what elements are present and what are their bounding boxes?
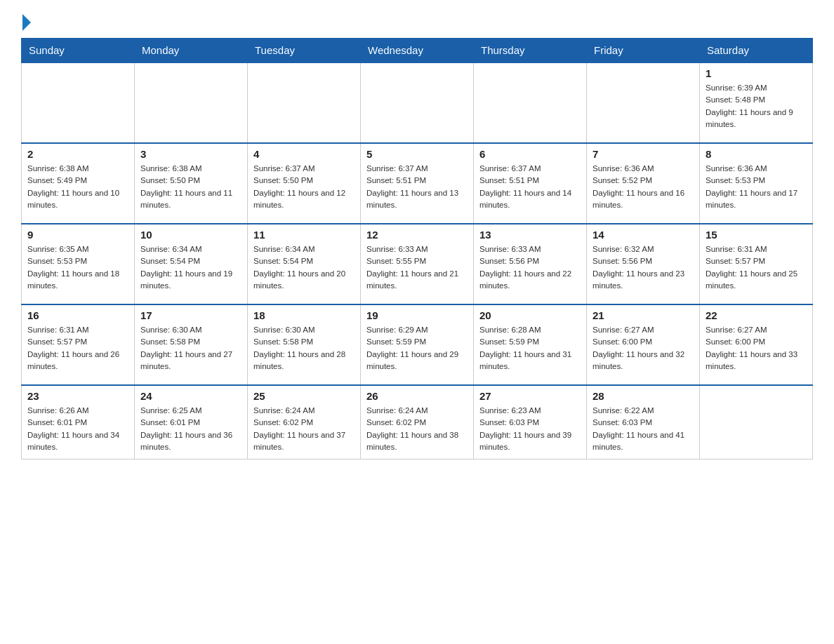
day-number: 18 [253,309,355,321]
day-number: 6 [479,148,581,160]
calendar-cell: 10Sunrise: 6:34 AMSunset: 5:54 PMDayligh… [135,224,248,304]
day-number: 12 [366,229,468,241]
day-number: 4 [253,148,355,160]
day-number: 20 [479,309,581,321]
weekday-header-monday: Monday [135,39,248,63]
calendar-cell: 23Sunrise: 6:26 AMSunset: 6:01 PMDayligh… [22,385,135,459]
day-info: Sunrise: 6:24 AMSunset: 6:02 PMDaylight:… [253,405,355,453]
calendar-cell: 24Sunrise: 6:25 AMSunset: 6:01 PMDayligh… [135,385,248,459]
weekday-header-saturday: Saturday [700,39,813,63]
day-number: 1 [706,67,807,79]
calendar-cell: 21Sunrise: 6:27 AMSunset: 6:00 PMDayligh… [587,304,700,385]
calendar-cell: 13Sunrise: 6:33 AMSunset: 5:56 PMDayligh… [474,224,587,304]
day-number: 8 [706,148,807,160]
calendar-cell: 9Sunrise: 6:35 AMSunset: 5:53 PMDaylight… [22,224,135,304]
calendar-cell [700,385,813,459]
day-number: 11 [253,229,355,241]
day-number: 17 [140,309,241,321]
day-info: Sunrise: 6:34 AMSunset: 5:54 PMDaylight:… [253,243,355,292]
day-number: 19 [366,309,468,321]
calendar-cell [587,62,700,143]
day-info: Sunrise: 6:25 AMSunset: 6:01 PMDaylight:… [140,405,241,453]
calendar-cell: 20Sunrise: 6:28 AMSunset: 5:59 PMDayligh… [474,304,587,385]
calendar-cell: 19Sunrise: 6:29 AMSunset: 5:59 PMDayligh… [361,304,474,385]
day-info: Sunrise: 6:37 AMSunset: 5:50 PMDaylight:… [253,163,355,211]
day-number: 13 [479,229,581,241]
day-info: Sunrise: 6:28 AMSunset: 5:59 PMDaylight:… [479,324,581,373]
week-row-3: 9Sunrise: 6:35 AMSunset: 5:53 PMDaylight… [22,224,813,304]
calendar-cell: 1Sunrise: 6:39 AMSunset: 5:48 PMDaylight… [700,62,813,143]
calendar-cell [135,62,248,143]
day-number: 9 [27,229,128,241]
weekday-row: SundayMondayTuesdayWednesdayThursdayFrid… [22,39,813,63]
page-header [21,14,813,31]
calendar-cell [22,62,135,143]
day-info: Sunrise: 6:27 AMSunset: 6:00 PMDaylight:… [593,324,694,373]
day-info: Sunrise: 6:27 AMSunset: 6:00 PMDaylight:… [706,324,807,373]
week-row-4: 16Sunrise: 6:31 AMSunset: 5:57 PMDayligh… [22,304,813,385]
day-number: 14 [593,229,694,241]
day-info: Sunrise: 6:34 AMSunset: 5:54 PMDaylight:… [140,243,241,292]
day-number: 2 [27,148,128,160]
day-info: Sunrise: 6:31 AMSunset: 5:57 PMDaylight:… [27,324,128,373]
calendar-cell: 27Sunrise: 6:23 AMSunset: 6:03 PMDayligh… [474,385,587,459]
calendar-cell: 26Sunrise: 6:24 AMSunset: 6:02 PMDayligh… [361,385,474,459]
day-info: Sunrise: 6:32 AMSunset: 5:56 PMDaylight:… [593,243,694,292]
calendar-cell: 6Sunrise: 6:37 AMSunset: 5:51 PMDaylight… [474,143,587,224]
day-number: 5 [366,148,468,160]
calendar-cell [361,62,474,143]
calendar-cell: 11Sunrise: 6:34 AMSunset: 5:54 PMDayligh… [248,224,361,304]
day-info: Sunrise: 6:30 AMSunset: 5:58 PMDaylight:… [253,324,355,373]
logo-arrow-icon [22,14,31,31]
day-info: Sunrise: 6:37 AMSunset: 5:51 PMDaylight:… [366,163,468,211]
calendar-cell: 17Sunrise: 6:30 AMSunset: 5:58 PMDayligh… [135,304,248,385]
calendar-body: 1Sunrise: 6:39 AMSunset: 5:48 PMDaylight… [22,62,813,459]
calendar-header: SundayMondayTuesdayWednesdayThursdayFrid… [22,39,813,63]
calendar-cell: 8Sunrise: 6:36 AMSunset: 5:53 PMDaylight… [700,143,813,224]
day-info: Sunrise: 6:38 AMSunset: 5:50 PMDaylight:… [140,163,241,211]
day-number: 26 [366,390,468,402]
day-number: 27 [479,390,581,402]
calendar-cell: 7Sunrise: 6:36 AMSunset: 5:52 PMDaylight… [587,143,700,224]
day-number: 3 [140,148,241,160]
week-row-2: 2Sunrise: 6:38 AMSunset: 5:49 PMDaylight… [22,143,813,224]
day-info: Sunrise: 6:24 AMSunset: 6:02 PMDaylight:… [366,405,468,453]
calendar-cell: 3Sunrise: 6:38 AMSunset: 5:50 PMDaylight… [135,143,248,224]
calendar-cell: 2Sunrise: 6:38 AMSunset: 5:49 PMDaylight… [22,143,135,224]
day-info: Sunrise: 6:26 AMSunset: 6:01 PMDaylight:… [27,405,128,453]
calendar-cell: 25Sunrise: 6:24 AMSunset: 6:02 PMDayligh… [248,385,361,459]
calendar-table: SundayMondayTuesdayWednesdayThursdayFrid… [21,38,813,459]
day-info: Sunrise: 6:29 AMSunset: 5:59 PMDaylight:… [366,324,468,373]
weekday-header-sunday: Sunday [22,39,135,63]
day-number: 25 [253,390,355,402]
day-info: Sunrise: 6:38 AMSunset: 5:49 PMDaylight:… [27,163,128,211]
weekday-header-wednesday: Wednesday [361,39,474,63]
calendar-cell: 22Sunrise: 6:27 AMSunset: 6:00 PMDayligh… [700,304,813,385]
day-info: Sunrise: 6:33 AMSunset: 5:56 PMDaylight:… [479,243,581,292]
calendar-cell: 15Sunrise: 6:31 AMSunset: 5:57 PMDayligh… [700,224,813,304]
day-number: 15 [706,229,807,241]
day-info: Sunrise: 6:23 AMSunset: 6:03 PMDaylight:… [479,405,581,453]
day-info: Sunrise: 6:35 AMSunset: 5:53 PMDaylight:… [27,243,128,292]
logo [21,14,32,31]
day-info: Sunrise: 6:37 AMSunset: 5:51 PMDaylight:… [479,163,581,211]
calendar-cell [248,62,361,143]
day-number: 21 [593,309,694,321]
day-info: Sunrise: 6:31 AMSunset: 5:57 PMDaylight:… [706,243,807,292]
weekday-header-tuesday: Tuesday [248,39,361,63]
calendar-cell: 12Sunrise: 6:33 AMSunset: 5:55 PMDayligh… [361,224,474,304]
calendar-cell: 5Sunrise: 6:37 AMSunset: 5:51 PMDaylight… [361,143,474,224]
weekday-header-thursday: Thursday [474,39,587,63]
day-info: Sunrise: 6:22 AMSunset: 6:03 PMDaylight:… [593,405,694,453]
day-info: Sunrise: 6:36 AMSunset: 5:52 PMDaylight:… [593,163,694,211]
day-info: Sunrise: 6:39 AMSunset: 5:48 PMDaylight:… [706,82,807,130]
calendar-cell: 14Sunrise: 6:32 AMSunset: 5:56 PMDayligh… [587,224,700,304]
day-number: 28 [593,390,694,402]
calendar-cell: 4Sunrise: 6:37 AMSunset: 5:50 PMDaylight… [248,143,361,224]
calendar-cell: 16Sunrise: 6:31 AMSunset: 5:57 PMDayligh… [22,304,135,385]
day-number: 7 [593,148,694,160]
day-info: Sunrise: 6:36 AMSunset: 5:53 PMDaylight:… [706,163,807,211]
calendar-cell: 18Sunrise: 6:30 AMSunset: 5:58 PMDayligh… [248,304,361,385]
day-number: 22 [706,309,807,321]
week-row-5: 23Sunrise: 6:26 AMSunset: 6:01 PMDayligh… [22,385,813,459]
